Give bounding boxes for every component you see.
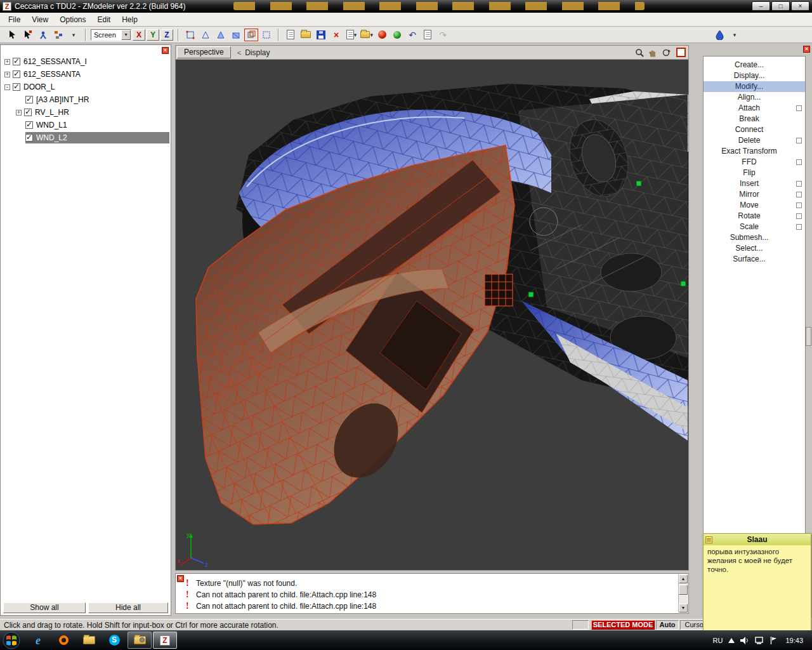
auto-toggle[interactable]: Auto <box>656 620 679 630</box>
tree-item[interactable]: + RV_L_HR <box>1 106 169 119</box>
action-center-flag-icon[interactable] <box>770 637 777 644</box>
material-color-icon[interactable] <box>712 29 726 41</box>
undo-icon[interactable]: ↶ <box>405 29 419 41</box>
show-all-button[interactable]: Show all <box>3 602 86 613</box>
title-bar[interactable]: Z Сессанта с TDU2 - ZModeler ver 2.2.2 (… <box>0 0 812 13</box>
tree-item[interactable]: + 612_SESSANTA_I <box>1 55 169 68</box>
visibility-checkbox[interactable] <box>13 58 20 65</box>
taskbar-clock[interactable]: 19:43 <box>783 637 806 644</box>
cmd-insert-checkbox[interactable] <box>796 181 802 187</box>
volume-icon[interactable] <box>740 637 749 644</box>
maximize-button[interactable]: □ <box>771 1 790 11</box>
cmd-move-checkbox[interactable] <box>796 202 802 208</box>
cmd-connect[interactable]: Connect <box>704 124 805 135</box>
menu-edit[interactable]: Edit <box>92 13 117 26</box>
cmd-display[interactable]: Display... <box>704 70 805 81</box>
view-mode-combobox[interactable]: Screen ▾ <box>91 29 131 41</box>
panel-close-icon[interactable]: × <box>162 47 169 54</box>
open-file-icon[interactable] <box>299 29 313 41</box>
uv-mode-icon[interactable] <box>259 29 273 41</box>
expand-icon[interactable]: + <box>4 59 10 65</box>
maximize-viewport-icon[interactable] <box>676 48 686 57</box>
tree-item[interactable]: [A3 AB]INT_HR <box>1 93 169 106</box>
expand-icon[interactable]: + <box>4 72 10 77</box>
browser-icon[interactable]: e <box>26 632 50 649</box>
sticky-note[interactable]: Slaau порыва интузиазного желания с моей… <box>703 533 811 631</box>
cmd-move[interactable]: Move <box>704 200 805 211</box>
sticky-note-header[interactable]: Slaau <box>704 534 811 545</box>
visibility-checkbox[interactable] <box>25 96 33 103</box>
visibility-checkbox[interactable] <box>13 70 20 78</box>
cmd-rotate-checkbox[interactable] <box>796 213 802 219</box>
skype-icon[interactable]: S <box>102 632 126 649</box>
scroll-up-icon[interactable]: ▲ <box>679 574 688 583</box>
cmd-mirror-checkbox[interactable] <box>796 192 802 197</box>
new-file-icon[interactable] <box>284 29 298 41</box>
pan-hand-icon[interactable] <box>647 47 658 58</box>
cmd-select[interactable]: Select... <box>704 243 805 254</box>
menu-options[interactable]: Options <box>54 13 91 26</box>
cmd-attach-checkbox[interactable] <box>796 105 802 111</box>
scroll-thumb[interactable] <box>679 585 688 595</box>
axis-y-button[interactable]: Y <box>147 29 159 41</box>
object-mode-icon[interactable] <box>244 29 258 41</box>
visibility-checkbox[interactable] <box>24 109 32 116</box>
delete-icon[interactable]: × <box>329 29 343 41</box>
edge-mode-icon[interactable] <box>199 29 213 41</box>
zmodeler-taskbar-icon[interactable]: Z <box>153 632 177 649</box>
visibility-checkbox[interactable] <box>13 83 20 91</box>
visibility-checkbox[interactable] <box>25 121 33 129</box>
cmd-modify[interactable]: Modify... <box>704 81 805 92</box>
tree-item[interactable]: - DOOR_L <box>1 81 169 93</box>
orbit-icon[interactable] <box>660 47 672 58</box>
hide-all-button[interactable]: Hide all <box>88 602 168 613</box>
cmd-scale-checkbox[interactable] <box>796 224 802 230</box>
tree-item[interactable]: WND_L1 <box>1 119 169 131</box>
minimize-button[interactable]: – <box>752 1 770 11</box>
vertex-mode-icon[interactable] <box>183 29 197 41</box>
cmd-attach[interactable]: Attach <box>704 103 805 114</box>
log-scrollbar[interactable]: ▲ ▼ <box>678 574 688 613</box>
display-mode-label[interactable]: Display <box>245 48 270 57</box>
media-player-icon[interactable] <box>51 632 75 649</box>
cmd-surface[interactable]: Surface... <box>704 254 805 265</box>
start-button[interactable] <box>3 632 20 649</box>
tree-item[interactable]: + 612_SESSANTA <box>1 68 169 81</box>
tools-dropdown-icon[interactable]: ▾ <box>67 29 81 41</box>
scroll-down-icon[interactable]: ▼ <box>679 604 688 613</box>
cmd-align[interactable]: Align... <box>704 92 805 103</box>
collapse-icon[interactable]: - <box>4 84 10 90</box>
cmd-mirror[interactable]: Mirror <box>704 189 805 200</box>
cmd-flip[interactable]: Flip <box>704 168 805 178</box>
hierarchy-tool-icon[interactable] <box>51 29 65 41</box>
log-view-icon[interactable] <box>421 29 435 41</box>
cmd-ffd[interactable]: FFD <box>704 157 805 168</box>
zoom-icon[interactable] <box>634 47 645 58</box>
axis-z-button[interactable]: Z <box>160 29 173 41</box>
import-dropdown-icon[interactable]: ▾ <box>344 29 358 41</box>
log-close-icon[interactable]: × <box>177 575 184 582</box>
tools-folder-icon[interactable] <box>128 632 152 649</box>
cmd-insert[interactable]: Insert <box>704 178 805 189</box>
perspective-tab[interactable]: Perspective <box>177 46 231 58</box>
close-button[interactable]: × <box>791 1 809 11</box>
cmd-scale[interactable]: Scale <box>704 222 805 232</box>
menu-view[interactable]: View <box>26 13 54 26</box>
tray-expand-icon[interactable] <box>728 638 735 643</box>
face-mode-icon[interactable] <box>214 29 228 41</box>
cmd-ffd-checkbox[interactable] <box>796 159 802 165</box>
cmd-delete-checkbox[interactable] <box>796 138 802 143</box>
right-scroll-thumb[interactable] <box>806 327 811 346</box>
select-tool-icon[interactable] <box>6 29 20 41</box>
commands-panel-close-icon[interactable]: × <box>803 46 810 53</box>
poly-mode-icon[interactable] <box>229 29 243 41</box>
cmd-delete[interactable]: Delete <box>704 135 805 146</box>
cmd-submesh[interactable]: Submesh... <box>704 232 805 243</box>
material-color-dropdown-icon[interactable]: ▾ <box>728 29 742 41</box>
network-icon[interactable] <box>755 637 764 644</box>
redo-icon[interactable]: ↷ <box>436 29 450 41</box>
menu-file[interactable]: File <box>3 13 26 26</box>
cmd-break[interactable]: Break <box>704 114 805 124</box>
render-icon[interactable] <box>375 29 389 41</box>
tree-item-selected[interactable]: WND_L2 <box>1 131 169 144</box>
